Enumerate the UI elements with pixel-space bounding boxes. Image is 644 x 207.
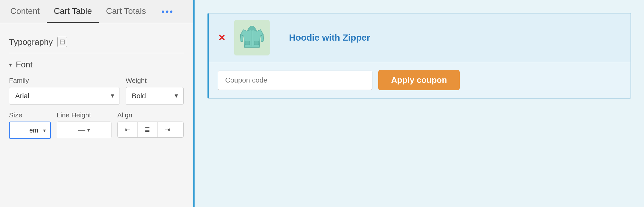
family-label: Family: [9, 77, 120, 84]
typography-section: Typography ⊟: [9, 31, 184, 53]
product-image: [234, 20, 270, 55]
align-group: Align ⇤ ≣ ⇥: [117, 111, 184, 138]
family-select-wrap: Arial Helvetica Times New Roman Georgia …: [9, 87, 120, 105]
unit-select[interactable]: px em rem %: [26, 123, 49, 138]
right-panel: ✕: [193, 0, 644, 207]
line-height-dropdown-icon: ▾: [87, 127, 93, 133]
weight-select-wrap: Thin Light Regular Bold Black ▼: [126, 87, 184, 105]
align-label: Align: [117, 111, 184, 119]
family-select[interactable]: Arial Helvetica Times New Roman Georgia …: [9, 87, 120, 105]
typography-label: Typography: [9, 37, 53, 47]
line-height-dash-icon: —: [76, 126, 87, 134]
weight-label: Weight: [126, 77, 184, 84]
font-header: ▾ Font: [9, 60, 184, 70]
family-weight-row: Family Arial Helvetica Times New Roman G…: [9, 77, 184, 105]
font-section-label: Font: [16, 60, 33, 70]
coupon-input[interactable]: [218, 71, 372, 90]
size-row: Size px em rem % ▾ Line Height: [9, 111, 184, 139]
line-height-label: Line Height: [57, 111, 111, 119]
product-name: Hoodie with Zipper: [289, 33, 370, 43]
svg-rect-1: [245, 41, 250, 45]
hoodie-svg: [237, 23, 266, 52]
tab-more[interactable]: •••: [154, 0, 181, 23]
weight-group: Weight Thin Light Regular Bold Black ▼: [126, 77, 184, 105]
svg-rect-2: [254, 41, 259, 45]
tab-cart-totals[interactable]: Cart Totals: [99, 0, 153, 23]
chevron-down-icon: ▾: [9, 61, 12, 68]
cart-table-area: ✕: [207, 13, 631, 99]
left-panel: Content Cart Table Cart Totals ••• Typog…: [0, 0, 193, 207]
coupon-row: Apply coupon: [209, 62, 630, 98]
align-center-button[interactable]: ≣: [138, 122, 158, 137]
align-buttons: ⇤ ≣ ⇥: [117, 122, 184, 138]
line-height-input[interactable]: [57, 122, 76, 138]
tab-content[interactable]: Content: [3, 0, 47, 23]
apply-coupon-button[interactable]: Apply coupon: [378, 70, 460, 90]
tabs-bar: Content Cart Table Cart Totals •••: [0, 0, 193, 23]
vertical-divider: [193, 0, 195, 207]
align-left-button[interactable]: ⇤: [118, 122, 138, 137]
size-input[interactable]: [10, 122, 26, 138]
panel-content: Typography ⊟ ▾ Font Family Arial Helveti…: [0, 23, 193, 147]
line-height-group: Line Height — ▾: [57, 111, 111, 138]
line-height-input-wrap: — ▾: [57, 122, 111, 138]
family-group: Family Arial Helvetica Times New Roman G…: [9, 77, 120, 105]
size-input-wrap: px em rem % ▾: [9, 122, 51, 139]
tab-cart-table[interactable]: Cart Table: [47, 0, 99, 23]
size-label: Size: [9, 111, 51, 119]
weight-select[interactable]: Thin Light Regular Bold Black: [126, 87, 184, 105]
typography-icon: ⊟: [57, 37, 67, 47]
cart-product-row: ✕: [209, 14, 630, 62]
remove-item-button[interactable]: ✕: [218, 33, 225, 43]
align-right-button[interactable]: ⇥: [158, 122, 177, 137]
font-section: ▾ Font Family Arial Helvetica Times New …: [9, 53, 184, 139]
size-group: Size px em rem % ▾: [9, 111, 51, 139]
